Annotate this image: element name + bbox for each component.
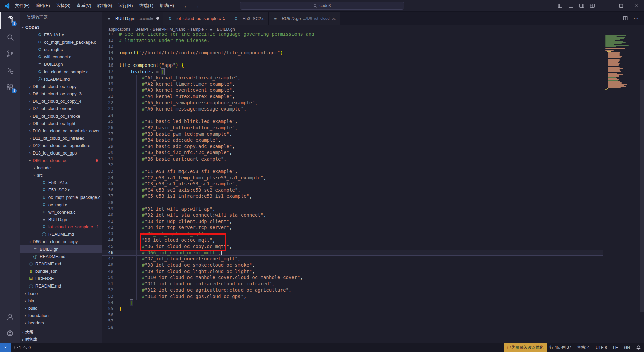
tab-iot-cloud-oc-sample-c[interactable]: Ciot_cloud_oc_sample.c1 (163, 12, 229, 25)
toggle-secondary-sidebar-icon[interactable] (576, 3, 587, 8)
code-line-54[interactable]: 54 ] (102, 300, 603, 306)
breadcrumb-bearpi[interactable]: BearPi (135, 27, 148, 32)
status-cursor-position[interactable]: 行 46, 列 37 (547, 343, 574, 352)
toggle-primary-sidebar-icon[interactable] (555, 3, 566, 8)
tree-item-readme-md[interactable]: iREADME.md (20, 282, 102, 290)
code-line-49[interactable]: 49 #"D9_iot_cloud_oc_light:cloud_oc_ligh… (102, 268, 603, 275)
tree-item-base[interactable]: ›base (20, 290, 102, 297)
tree-item-d10-iot-cloud-oc-manhole-cover[interactable]: ›D10_iot_cloud_oc_manhole_cover (20, 127, 102, 134)
tree-item-license[interactable]: ▤LICENSE (20, 275, 102, 282)
status-indentation[interactable]: 空格: 4 (574, 343, 593, 352)
breadcrumb-sample[interactable]: sample (190, 27, 204, 32)
tree-item-readme-md[interactable]: iREADME.md (20, 260, 102, 267)
code-line-25[interactable]: 25 #"B1_basic_led_blink:led_example", (102, 118, 603, 125)
menu-item-[interactable]: 帮助(H) (156, 1, 177, 10)
code-line-55[interactable]: 55} (102, 306, 603, 312)
code-line-31[interactable]: 31 #"B6_basic_uart:uart_example", (102, 156, 603, 162)
code-line-56[interactable]: 56 (102, 312, 603, 318)
tree-item-readme-md[interactable]: iREADME.md (20, 253, 102, 260)
editor-scrollbar[interactable] (640, 80, 644, 312)
explorer-more-actions-icon[interactable]: ⋯ (92, 15, 97, 20)
code-line-28[interactable]: 28 #"B4_basic_adc:adc_example", (102, 137, 603, 143)
code-line-32[interactable]: 32 (102, 162, 603, 168)
breadcrumb-build-gn[interactable]: ≡BUILD.gn (209, 27, 235, 32)
activity-account[interactable] (0, 308, 20, 325)
remote-indicator[interactable]: >< (0, 343, 11, 352)
notifications-bell-icon[interactable] (633, 343, 644, 352)
code-line-57[interactable]: 57 (102, 318, 603, 324)
code-line-39[interactable]: 39 #"D1_iot_wifi_ap:wifi_ap", (102, 206, 603, 212)
tree-item-build-gn[interactable]: ≡BUILD.gn (20, 216, 102, 223)
code-line-19[interactable]: 19 #"A2_kernel_timer:timer_example", (102, 81, 603, 87)
tree-item-d9-iot-cloud-oc-light[interactable]: ›D9_iot_cloud_oc_light (20, 120, 102, 127)
menu-item-[interactable]: 终端(T) (136, 1, 156, 10)
activity-explorer[interactable]: 1 (0, 12, 20, 29)
status-eol[interactable]: LF (610, 343, 621, 352)
minimize-icon[interactable] (598, 0, 613, 11)
status-screen-reader-mode[interactable]: 已为屏幕阅读器优化 (504, 343, 547, 352)
code-line-35[interactable]: 35 #"C3_e53_sc1_pls:e53_sc1_example", (102, 181, 603, 187)
code-line-58[interactable]: 58 (102, 324, 603, 331)
code-line-41[interactable]: 41 #"D3_iot_udp_client:udp_client", (102, 218, 603, 225)
code-line-27[interactable]: 27 #"B3_basic_pwm_led:pwm_example", (102, 131, 603, 137)
tree-item-d66-iot-cloud-oc[interactable]: ›D66_iot_cloud_oc (20, 157, 102, 164)
command-center-search[interactable]: code3 (240, 2, 404, 10)
code-line-14[interactable]: 14import("//build/lite/config/component/… (102, 50, 603, 56)
toggle-panel-icon[interactable] (566, 3, 576, 8)
tree-item-d6-iot-cloud-oc-copy[interactable]: ›D6_iot_cloud_oc_copy (20, 83, 102, 90)
tree-item-include[interactable]: ›include (20, 164, 102, 171)
tree-item-iot-cloud-oc-sample-c[interactable]: Ciot_cloud_oc_sample.c1 (20, 223, 102, 230)
tab-e53-sc2-c[interactable]: CE53_SC2.c (229, 12, 269, 25)
tree-item-e53-ia1-c[interactable]: CE53_IA1.c (20, 179, 102, 186)
tree-item-readme-md[interactable]: iREADME.md (20, 230, 102, 238)
tree-item-readme-md[interactable]: iREADME.md (20, 75, 102, 83)
activity-search[interactable] (0, 29, 20, 45)
activity-run-and-debug[interactable] (0, 62, 20, 79)
tree-item-bin[interactable]: ›bin (20, 297, 102, 304)
tree-item-wifi-connect-c[interactable]: Cwifi_connect.c (20, 208, 102, 216)
code-line-52[interactable]: 52 #"D12_iot_cloud_oc_agriculture:cloud_… (102, 287, 603, 293)
code-line-11[interactable]: 11# See the License for the specific lan… (102, 33, 603, 37)
tree-item-wifi-connect-c[interactable]: Cwifi_connect.c (20, 53, 102, 60)
code-line-33[interactable]: 33 #"C1_e53_sf1_mq2:e53_sf1_example", (102, 168, 603, 175)
split-editor-icon[interactable] (623, 16, 628, 21)
menu-item-[interactable]: 文件(F) (12, 1, 33, 10)
close-icon[interactable] (629, 0, 644, 11)
tree-item-foundation[interactable]: ›foundation (20, 312, 102, 319)
code-line-23[interactable]: 23 #"A6_kernel_message:message_example", (102, 106, 603, 112)
code-line-17[interactable]: 17 features = [ (102, 69, 603, 75)
tree-item-e53-ia1-c[interactable]: CE53_IA1.c (20, 31, 102, 38)
code-line-38[interactable]: 38 (102, 200, 603, 206)
maximize-icon[interactable] (613, 0, 629, 11)
menu-item-[interactable]: 运行(R) (115, 1, 136, 10)
menu-item-[interactable]: 转到(G) (94, 1, 115, 10)
tree-item-d12-iot-cloud-oc-agriculture[interactable]: ›D12_iot_cloud_oc_agriculture (20, 142, 102, 149)
modified-dot-icon[interactable] (156, 17, 159, 20)
tree-item-build[interactable]: ›build (20, 304, 102, 312)
status-language-mode[interactable]: GN (621, 343, 633, 352)
tree-item-d7-iot-cloud-onenet[interactable]: ›D7_iot_cloud_onenet (20, 105, 102, 112)
code-line-51[interactable]: 51 #"D11_iot_cloud_oc_infrared:cloud_oc_… (102, 281, 603, 287)
tree-item-d13-iot-cloud-oc-gps[interactable]: ›D13_iot_cloud_oc_gps (20, 149, 102, 157)
more-actions-icon[interactable]: ⋯ (633, 15, 639, 22)
status-encoding[interactable]: UTF-8 (593, 343, 610, 352)
tree-item-e53-sc2-c[interactable]: CE53_SC2.c (20, 186, 102, 193)
code-line-22[interactable]: 22 #"A5_kernel_semaphore:semaphore_examp… (102, 100, 603, 106)
code-editor[interactable]: 11# See the License for the specific lan… (102, 33, 644, 343)
code-line-15[interactable]: 15 (102, 56, 603, 62)
breadcrumb-bearpi-hm-nano[interactable]: BearPi-HM_Nano (153, 27, 185, 32)
tree-item-oc-mqtt-profile-package-c[interactable]: Coc_mqtt_profile_package.c (20, 193, 102, 201)
code-line-30[interactable]: 30 #"B5_basic_i2c_nfc:i2c_example", (102, 149, 603, 156)
code-line-48[interactable]: 48 #"D8_iot_cloud_oc_smoke:cloud_oc_smok… (102, 262, 603, 268)
code-line-53[interactable]: 53 #"D13_iot_cloud_oc_gps:cloud_oc_gps", (102, 293, 603, 300)
menu-item-[interactable]: 编辑(E) (33, 1, 53, 10)
tree-item-d8-iot-cloud-oc-smoke[interactable]: ›D8_iot_cloud_oc_smoke (20, 112, 102, 120)
code-line-21[interactable]: 21 #"A4_kernel_mutex:mutex_example", (102, 93, 603, 100)
menu-item-[interactable]: 选择(S) (53, 1, 73, 10)
tab-build-gn[interactable]: ≡BUILD.gn...\D6_iot_cloud_oc (269, 12, 340, 25)
code-line-29[interactable]: 29 #"B4_basic_adc_copy:adc_example", (102, 143, 603, 150)
section-header-[interactable]: ›大纲 (20, 328, 102, 336)
customize-layout-icon[interactable] (587, 3, 598, 8)
tree-item-build-gn[interactable]: ≡BUILD.gn (20, 60, 102, 68)
section-header-[interactable]: ›时间线 (20, 336, 102, 343)
